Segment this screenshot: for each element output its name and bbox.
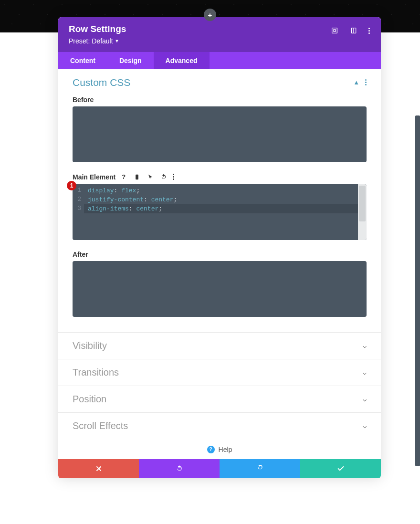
modal-title: Row Settings	[69, 23, 126, 35]
hover-icon[interactable]	[146, 173, 155, 181]
accordion dow-transitions[interactable]: Transitions ⌵	[58, 359, 381, 386]
scrollbar-thumb[interactable]	[359, 186, 366, 221]
mobile-icon[interactable]	[133, 173, 141, 181]
accordion-title: Position	[73, 394, 106, 405]
tab-bar: Content Design Advanced	[58, 52, 381, 69]
section-options-icon[interactable]	[365, 79, 367, 85]
modal-footer	[58, 459, 381, 478]
chevron-down-icon: ⌵	[363, 395, 367, 403]
annotation-badge: 1	[67, 181, 76, 190]
accordion-position[interactable]: Position ⌵	[58, 386, 381, 412]
chevron-down-icon: ⌵	[363, 368, 367, 376]
section-title: Custom CSS	[73, 77, 130, 88]
before-label: Before	[73, 96, 367, 104]
before-editor[interactable]	[73, 106, 367, 162]
main-element-label: Main Element	[73, 173, 116, 181]
line-numbers: 1 2 3	[73, 184, 84, 240]
tab-content[interactable]: Content	[58, 52, 107, 69]
svg-rect-1	[334, 30, 336, 31]
svg-rect-0	[332, 28, 337, 33]
chevron-down-icon: ⌵	[363, 342, 367, 349]
accordion-title: Scroll Effects	[73, 420, 128, 431]
row-settings-modal: Row Settings Preset: Default ▼ Content D…	[58, 17, 381, 478]
cancel-button[interactable]	[58, 459, 139, 478]
custom-css-section: Custom CSS ▲ Before Main Element ?	[58, 69, 381, 332]
accordion-visibility[interactable]: Visibility ⌵	[58, 332, 381, 359]
after-editor[interactable]	[73, 261, 367, 317]
add-section-button[interactable]: +	[204, 9, 216, 21]
help-link[interactable]: ? Help	[58, 439, 381, 459]
save-button[interactable]	[300, 459, 381, 478]
modal-body: Custom CSS ▲ Before Main Element ?	[58, 69, 381, 459]
accordion-title: Visibility	[73, 340, 107, 351]
collapse-icon[interactable]: ▲	[353, 79, 359, 86]
after-label: After	[73, 251, 367, 258]
responsive-icon[interactable]	[349, 26, 358, 35]
accordion-scroll-effects[interactable]: Scroll Effects ⌵	[58, 412, 381, 439]
preset-dropdown[interactable]: Preset: Default ▼	[69, 37, 119, 45]
more-options-icon[interactable]	[368, 28, 370, 34]
redo-button[interactable]	[220, 459, 300, 478]
preset-label: Preset: Default	[69, 37, 113, 45]
main-element-editor[interactable]: 1 2 3 display: flex; justify-content: ce…	[73, 184, 367, 240]
help-icon[interactable]: ?	[119, 173, 128, 181]
tab-design[interactable]: Design	[107, 52, 154, 69]
accordion-title: Transitions	[73, 367, 119, 378]
reset-icon[interactable]	[159, 173, 168, 181]
chevron-down-icon: ▼	[115, 39, 119, 43]
svg-point-5	[137, 178, 137, 179]
code-content: display: flex; justify-content: center; …	[84, 184, 367, 240]
help-label: Help	[219, 446, 232, 453]
help-circle-icon: ?	[207, 446, 215, 453]
modal-header: Row Settings Preset: Default ▼	[58, 17, 381, 52]
chevron-down-icon: ⌵	[363, 422, 367, 430]
undo-button[interactable]	[139, 459, 220, 478]
field-options-icon[interactable]	[173, 174, 174, 180]
tab-advanced[interactable]: Advanced	[154, 52, 210, 69]
page-scrollbar[interactable]	[415, 115, 420, 466]
expand-icon[interactable]	[330, 26, 339, 35]
